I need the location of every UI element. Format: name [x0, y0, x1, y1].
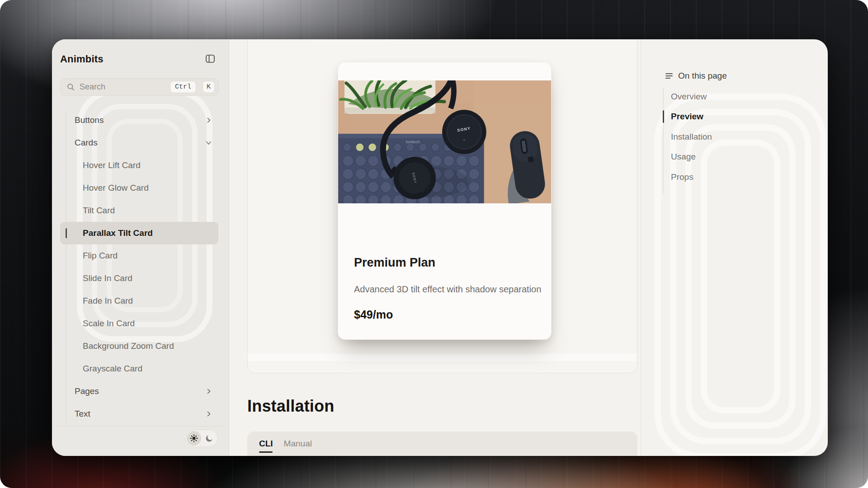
chevron-right-icon: [205, 388, 212, 395]
search-icon: [67, 83, 75, 91]
toc-tree-line: [663, 88, 664, 193]
toc-decor-ring: [655, 94, 826, 456]
dark-mode-button[interactable]: [202, 431, 217, 446]
sidebar-item-parallax-tilt-card[interactable]: Parallax Tilt Card: [60, 222, 218, 244]
panel-toggle-icon: [205, 53, 216, 64]
card-title: Premium Plan: [354, 256, 435, 270]
tab-cli[interactable]: CLI: [259, 439, 273, 456]
toc-header: On this page: [665, 71, 727, 81]
card-price: $49/mo: [354, 308, 393, 321]
toc-item-props[interactable]: Props: [671, 172, 693, 182]
toc-item-preview[interactable]: Preview: [671, 112, 703, 122]
moon-icon: [205, 434, 213, 442]
sidebar-item-buttons[interactable]: Buttons: [60, 109, 218, 131]
search-input[interactable]: Search Ctrl K: [60, 78, 219, 96]
sidebar-divider: [58, 426, 222, 427]
toc-active-indicator: [663, 110, 664, 123]
sidebar-item-background-zoom-card[interactable]: Background Zoom Card: [60, 335, 218, 357]
kbd-k: K: [203, 81, 215, 93]
toc-item-installation[interactable]: Installation: [671, 132, 712, 142]
sidebar: Animbits Search Ctrl K Buttons: [52, 39, 229, 456]
toc-decor-ring: [685, 124, 796, 429]
sidebar-item-pages[interactable]: Pages: [60, 380, 218, 403]
sun-icon: [190, 434, 198, 442]
sidebar-item-hover-lift-card[interactable]: Hover Lift Card: [60, 154, 218, 177]
parallax-tilt-card-preview[interactable]: logitech SONY: [338, 62, 552, 340]
toc-item-overview[interactable]: Overview: [671, 92, 707, 102]
toc-decor-ring: [701, 140, 780, 413]
card-image-headphones-keyboard-photo: logitech SONY: [338, 80, 551, 203]
sidebar-item-text[interactable]: Text: [60, 403, 218, 425]
sidebar-item-tilt-card[interactable]: Tilt Card: [60, 199, 218, 222]
toc-list-icon: [665, 71, 674, 80]
tab-manual[interactable]: Manual: [284, 439, 312, 456]
app-window: Animbits Search Ctrl K Buttons: [52, 39, 828, 456]
main-content: logitech SONY: [229, 39, 641, 456]
sidebar-toggle-button[interactable]: [204, 52, 217, 65]
sidebar-nav: Buttons Cards Hover Lift Card Hover Glow…: [52, 109, 229, 425]
preview-panel: logitech SONY: [247, 39, 637, 373]
sidebar-item-slide-in-card[interactable]: Slide In Card: [60, 267, 218, 290]
installation-heading: Installation: [247, 397, 334, 416]
sidebar-item-scale-in-card[interactable]: Scale In Card: [60, 312, 218, 335]
kbd-ctrl: Ctrl: [170, 81, 196, 93]
desktop-background: Animbits Search Ctrl K Buttons: [0, 0, 868, 488]
card-description: Advanced 3D tilt effect with shadow sepa…: [354, 284, 541, 295]
chevron-right-icon: [205, 117, 212, 124]
app-title: Animbits: [60, 53, 104, 65]
svg-text:logitech: logitech: [406, 140, 420, 144]
sidebar-item-grayscale-card[interactable]: Grayscale Card: [60, 357, 218, 380]
chevron-down-icon: [205, 139, 212, 147]
light-mode-button[interactable]: [187, 431, 201, 446]
chevron-right-icon: [205, 410, 212, 418]
search-placeholder: Search: [80, 82, 165, 92]
theme-toggle[interactable]: [185, 430, 218, 447]
sidebar-item-cards[interactable]: Cards: [60, 131, 218, 154]
sidebar-item-hover-glow-card[interactable]: Hover Glow Card: [60, 177, 218, 199]
installation-tabs-panel: CLI Manual: [247, 432, 637, 456]
sidebar-item-flip-card[interactable]: Flip Card: [60, 244, 218, 267]
on-this-page-panel: On this page Overview Preview Installati…: [641, 39, 828, 456]
toc-item-usage[interactable]: Usage: [671, 152, 696, 162]
sidebar-item-fade-in-card[interactable]: Fade In Card: [60, 290, 218, 312]
